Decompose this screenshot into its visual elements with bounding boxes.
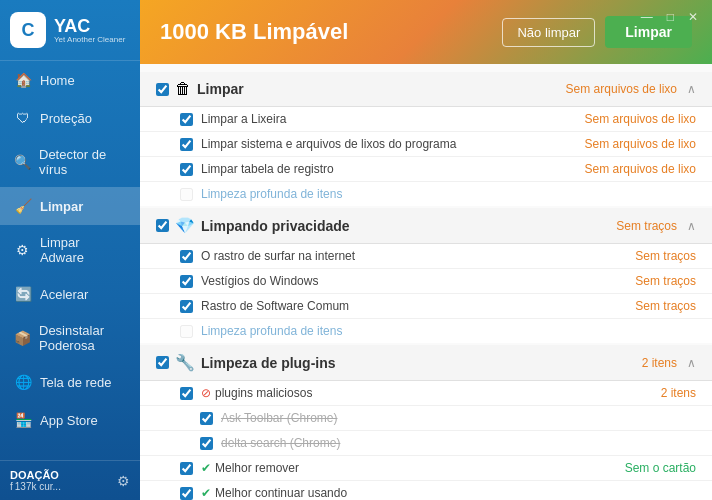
sub-status-limpar-0: Sem arquivos de lixo [585,112,696,126]
nav-icon-2: 🔍 [14,153,31,171]
sub-item-limpar-2: Limpar tabela de registro Sem arquivos d… [140,157,712,182]
nav-icon-0: 🏠 [14,71,32,89]
sub-label-limpar-0: Limpar a Lixeira [201,112,585,126]
sub-status-limpar-2: Sem arquivos de lixo [585,162,696,176]
sub-checkbox-privacidade-2[interactable] [180,300,193,313]
sub-items-plugins: ⊘ plugins maliciosos 2 itens Ask Toolbar… [140,381,712,500]
sub-checkbox-plugins-4[interactable] [180,487,193,500]
settings-icon[interactable]: ⚙ [117,473,130,489]
logo-icon: C [10,12,46,48]
window-controls: — □ ✕ [637,8,702,26]
section-title-privacidade: Limpando privacidade [201,218,616,234]
sidebar-item-desinstalar-poderosa[interactable]: 📦Desinstalar Poderosa [0,313,140,363]
section-header-limpar[interactable]: 🗑 Limpar Sem arquivos de lixo ∧ [140,72,712,107]
sidebar-item-limpar[interactable]: 🧹Limpar [0,187,140,225]
logo-area: C YAC Yet Another Cleaner [0,0,140,61]
sub-label-privacidade-2: Rastro de Software Comum [201,299,635,313]
header: — □ ✕ 1000 KB Limpável Não limpar Limpar [140,0,712,64]
sub-checkbox-plugins-1[interactable] [200,412,213,425]
nav-icon-5: 🔄 [14,285,32,303]
section-icon-plugins: 🔧 [175,353,195,372]
sub-item-plugins-0: ⊘ plugins maliciosos 2 itens [140,381,712,406]
sub-items-privacidade: O rastro de surfar na internet Sem traço… [140,244,712,343]
logo-title: YAC [54,17,125,35]
close-button[interactable]: ✕ [684,8,702,26]
nav-label-3: Limpar [40,199,83,214]
nav-menu: 🏠Home🛡Proteção🔍Detector de vírus🧹Limpar⚙… [0,61,140,439]
check-icon-4: ✔ [201,486,211,500]
nav-icon-8: 🏪 [14,411,32,429]
section-icon-limpar: 🗑 [175,80,191,98]
header-title: 1000 KB Limpável [160,19,348,45]
sidebar-item-proteção[interactable]: 🛡Proteção [0,99,140,137]
sub-status-privacidade-2: Sem traços [635,299,696,313]
sub-checkbox-limpar-3[interactable] [180,188,193,201]
sub-checkbox-plugins-3[interactable] [180,462,193,475]
sub-checkbox-privacidade-0[interactable] [180,250,193,263]
section-header-privacidade[interactable]: 💎 Limpando privacidade Sem traços ∧ [140,208,712,244]
maximize-button[interactable]: □ [663,8,678,26]
minimize-button[interactable]: — [637,8,657,26]
check-icon-3: ✔ [201,461,211,475]
nav-label-1: Proteção [40,111,92,126]
fb-count: f 137k cur... [10,481,61,492]
section-plugins: 🔧 Limpeza de plug-ins 2 itens ∧ ⊘ plugin… [140,345,712,500]
sub-item-limpar-0: Limpar a Lixeira Sem arquivos de lixo [140,107,712,132]
section-status-plugins: 2 itens [642,356,677,370]
logo-subtitle: Yet Another Cleaner [54,35,125,44]
sub-items-limpar: Limpar a Lixeira Sem arquivos de lixo Li… [140,107,712,206]
section-toggle-limpar[interactable]: ∧ [687,82,696,96]
section-checkbox-limpar[interactable] [156,83,169,96]
sub-label-plugins-1: Ask Toolbar (Chrome) [221,411,696,425]
sub-checkbox-limpar-0[interactable] [180,113,193,126]
section-header-plugins[interactable]: 🔧 Limpeza de plug-ins 2 itens ∧ [140,345,712,381]
sub-checkbox-limpar-2[interactable] [180,163,193,176]
donation-label[interactable]: DOAÇÃO [10,469,61,481]
sub-checkbox-privacidade-1[interactable] [180,275,193,288]
sub-checkbox-plugins-0[interactable] [180,387,193,400]
sidebar-item-app-store[interactable]: 🏪App Store [0,401,140,439]
sub-label-privacidade-1: Vestígios do Windows [201,274,635,288]
sub-item-plugins-2: delta search (Chrome) [140,431,712,456]
sidebar: C YAC Yet Another Cleaner 🏠Home🛡Proteção… [0,0,140,500]
sidebar-item-acelerar[interactable]: 🔄Acelerar [0,275,140,313]
nav-icon-7: 🌐 [14,373,32,391]
not-clean-button[interactable]: Não limpar [502,18,595,47]
sub-item-privacidade-0: O rastro de surfar na internet Sem traço… [140,244,712,269]
sidebar-item-tela-de-rede[interactable]: 🌐Tela de rede [0,363,140,401]
sidebar-item-detector-de-vírus[interactable]: 🔍Detector de vírus [0,137,140,187]
sub-label-plugins-3: Melhor remover [215,461,625,475]
sub-label-plugins-4: Melhor continuar usando [215,486,696,500]
sub-status-limpar-1: Sem arquivos de lixo [585,137,696,151]
nav-label-2: Detector de vírus [39,147,126,177]
section-privacidade: 💎 Limpando privacidade Sem traços ∧ O ra… [140,208,712,343]
section-limpar: 🗑 Limpar Sem arquivos de lixo ∧ Limpar a… [140,72,712,206]
sidebar-item-limpar-adware[interactable]: ⚙Limpar Adware [0,225,140,275]
nav-label-4: Limpar Adware [40,235,126,265]
sidebar-item-home[interactable]: 🏠Home [0,61,140,99]
sub-item-privacidade-2: Rastro de Software Comum Sem traços [140,294,712,319]
sub-item-plugins-4: ✔ Melhor continuar usando [140,481,712,500]
section-checkbox-privacidade[interactable] [156,219,169,232]
sub-item-plugins-1: Ask Toolbar (Chrome) [140,406,712,431]
sub-label-limpar-2: Limpar tabela de registro [201,162,585,176]
sub-label-limpar-3: Limpeza profunda de itens [201,187,696,201]
section-checkbox-plugins[interactable] [156,356,169,369]
section-toggle-plugins[interactable]: ∧ [687,356,696,370]
sub-label-limpar-1: Limpar sistema e arquivos de lixos do pr… [201,137,585,151]
sub-label-plugins-0: plugins maliciosos [215,386,661,400]
sub-checkbox-plugins-2[interactable] [200,437,213,450]
nav-icon-1: 🛡 [14,109,32,127]
section-icon-privacidade: 💎 [175,216,195,235]
section-toggle-privacidade[interactable]: ∧ [687,219,696,233]
section-title-limpar: Limpar [197,81,566,97]
sub-checkbox-privacidade-3[interactable] [180,325,193,338]
nav-icon-3: 🧹 [14,197,32,215]
section-title-plugins: Limpeza de plug-ins [201,355,642,371]
warning-icon-0: ⊘ [201,386,211,400]
sub-item-limpar-1: Limpar sistema e arquivos de lixos do pr… [140,132,712,157]
sub-item-privacidade-3: Limpeza profunda de itens [140,319,712,343]
sub-status-plugins-3: Sem o cartão [625,461,696,475]
sub-checkbox-limpar-1[interactable] [180,138,193,151]
section-status-privacidade: Sem traços [616,219,677,233]
